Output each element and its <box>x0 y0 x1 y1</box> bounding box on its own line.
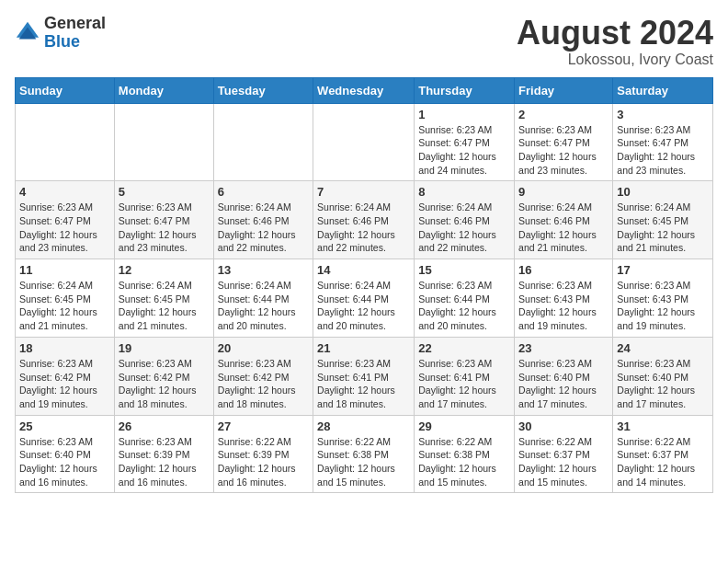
logo: General Blue <box>15 15 106 52</box>
day-cell: 25Sunrise: 6:23 AM Sunset: 6:40 PM Dayli… <box>16 415 115 493</box>
week-row-1: 1Sunrise: 6:23 AM Sunset: 6:47 PM Daylig… <box>16 103 713 181</box>
day-number: 24 <box>617 341 709 355</box>
day-cell: 27Sunrise: 6:22 AM Sunset: 6:39 PM Dayli… <box>213 415 313 493</box>
day-header-sunday: Sunday <box>16 77 115 103</box>
day-cell: 16Sunrise: 6:23 AM Sunset: 6:43 PM Dayli… <box>515 259 613 338</box>
day-cell: 3Sunrise: 6:23 AM Sunset: 6:47 PM Daylig… <box>613 103 713 181</box>
day-header-thursday: Thursday <box>415 77 515 103</box>
day-cell: 19Sunrise: 6:23 AM Sunset: 6:42 PM Dayli… <box>114 337 213 415</box>
day-info: Sunrise: 6:22 AM Sunset: 6:37 PM Dayligh… <box>518 435 609 489</box>
day-info: Sunrise: 6:23 AM Sunset: 6:44 PM Dayligh… <box>418 279 510 333</box>
day-info: Sunrise: 6:23 AM Sunset: 6:42 PM Dayligh… <box>19 357 110 411</box>
day-number: 10 <box>617 185 709 199</box>
day-info: Sunrise: 6:22 AM Sunset: 6:38 PM Dayligh… <box>418 435 510 489</box>
day-info: Sunrise: 6:23 AM Sunset: 6:41 PM Dayligh… <box>418 357 510 411</box>
day-info: Sunrise: 6:23 AM Sunset: 6:42 PM Dayligh… <box>218 357 309 411</box>
day-cell: 23Sunrise: 6:23 AM Sunset: 6:40 PM Dayli… <box>515 337 613 415</box>
day-header-row: SundayMondayTuesdayWednesdayThursdayFrid… <box>16 77 713 103</box>
day-info: Sunrise: 6:24 AM Sunset: 6:44 PM Dayligh… <box>317 279 410 333</box>
day-cell <box>313 103 415 181</box>
day-number: 16 <box>518 263 609 277</box>
day-cell: 20Sunrise: 6:23 AM Sunset: 6:42 PM Dayli… <box>213 337 313 415</box>
day-number: 8 <box>418 185 510 199</box>
week-row-4: 18Sunrise: 6:23 AM Sunset: 6:42 PM Dayli… <box>16 337 713 415</box>
day-header-saturday: Saturday <box>613 77 713 103</box>
title-block: August 2024 Lokossou, Ivory Coast <box>517 15 713 68</box>
day-cell: 24Sunrise: 6:23 AM Sunset: 6:40 PM Dayli… <box>613 337 713 415</box>
day-cell: 9Sunrise: 6:24 AM Sunset: 6:46 PM Daylig… <box>515 181 613 259</box>
day-cell <box>16 103 115 181</box>
day-cell: 12Sunrise: 6:24 AM Sunset: 6:45 PM Dayli… <box>114 259 213 338</box>
day-number: 1 <box>418 108 510 121</box>
day-cell: 17Sunrise: 6:23 AM Sunset: 6:43 PM Dayli… <box>613 259 713 338</box>
day-cell: 6Sunrise: 6:24 AM Sunset: 6:46 PM Daylig… <box>213 181 313 259</box>
day-cell: 28Sunrise: 6:22 AM Sunset: 6:38 PM Dayli… <box>313 415 415 493</box>
day-info: Sunrise: 6:24 AM Sunset: 6:46 PM Dayligh… <box>418 201 510 255</box>
day-info: Sunrise: 6:23 AM Sunset: 6:47 PM Dayligh… <box>617 123 709 178</box>
day-number: 9 <box>518 185 609 199</box>
day-number: 19 <box>119 341 210 355</box>
day-number: 31 <box>617 419 709 433</box>
day-info: Sunrise: 6:24 AM Sunset: 6:46 PM Dayligh… <box>317 201 410 255</box>
day-number: 4 <box>19 185 110 199</box>
logo-blue: Blue <box>44 32 80 51</box>
day-number: 30 <box>518 419 609 433</box>
day-number: 26 <box>119 419 210 433</box>
day-number: 5 <box>119 185 210 199</box>
day-cell <box>213 103 313 181</box>
day-info: Sunrise: 6:23 AM Sunset: 6:47 PM Dayligh… <box>518 123 609 178</box>
week-row-3: 11Sunrise: 6:24 AM Sunset: 6:45 PM Dayli… <box>16 259 713 338</box>
day-info: Sunrise: 6:23 AM Sunset: 6:47 PM Dayligh… <box>418 123 510 178</box>
day-number: 27 <box>218 419 309 433</box>
day-cell: 31Sunrise: 6:22 AM Sunset: 6:37 PM Dayli… <box>613 415 713 493</box>
day-number: 14 <box>317 263 410 277</box>
day-header-monday: Monday <box>114 77 213 103</box>
day-cell: 15Sunrise: 6:23 AM Sunset: 6:44 PM Dayli… <box>415 259 515 338</box>
day-number: 13 <box>218 263 309 277</box>
day-header-wednesday: Wednesday <box>313 77 415 103</box>
day-info: Sunrise: 6:22 AM Sunset: 6:37 PM Dayligh… <box>617 435 709 489</box>
day-cell <box>114 103 213 181</box>
day-info: Sunrise: 6:23 AM Sunset: 6:40 PM Dayligh… <box>617 357 709 411</box>
day-cell: 18Sunrise: 6:23 AM Sunset: 6:42 PM Dayli… <box>16 337 115 415</box>
page-header: General Blue August 2024 Lokossou, Ivory… <box>15 15 713 68</box>
day-number: 17 <box>617 263 709 277</box>
day-number: 23 <box>518 341 609 355</box>
day-number: 18 <box>19 341 110 355</box>
day-cell: 21Sunrise: 6:23 AM Sunset: 6:41 PM Dayli… <box>313 337 415 415</box>
day-info: Sunrise: 6:24 AM Sunset: 6:45 PM Dayligh… <box>617 201 709 255</box>
day-cell: 8Sunrise: 6:24 AM Sunset: 6:46 PM Daylig… <box>415 181 515 259</box>
day-info: Sunrise: 6:23 AM Sunset: 6:42 PM Dayligh… <box>119 357 210 411</box>
day-number: 29 <box>418 419 510 433</box>
day-number: 6 <box>218 185 309 199</box>
day-header-friday: Friday <box>515 77 613 103</box>
day-cell: 11Sunrise: 6:24 AM Sunset: 6:45 PM Dayli… <box>16 259 115 338</box>
week-row-2: 4Sunrise: 6:23 AM Sunset: 6:47 PM Daylig… <box>16 181 713 259</box>
day-info: Sunrise: 6:23 AM Sunset: 6:40 PM Dayligh… <box>518 357 609 411</box>
day-info: Sunrise: 6:23 AM Sunset: 6:43 PM Dayligh… <box>617 279 709 333</box>
day-info: Sunrise: 6:22 AM Sunset: 6:38 PM Dayligh… <box>317 435 410 489</box>
day-number: 20 <box>218 341 309 355</box>
day-cell: 14Sunrise: 6:24 AM Sunset: 6:44 PM Dayli… <box>313 259 415 338</box>
day-number: 28 <box>317 419 410 433</box>
logo-icon <box>15 20 40 46</box>
day-number: 2 <box>518 108 609 121</box>
day-info: Sunrise: 6:23 AM Sunset: 6:47 PM Dayligh… <box>19 201 110 255</box>
day-number: 25 <box>19 419 110 433</box>
day-info: Sunrise: 6:24 AM Sunset: 6:45 PM Dayligh… <box>19 279 110 333</box>
day-number: 12 <box>119 263 210 277</box>
logo-text: General Blue <box>44 15 106 52</box>
day-cell: 10Sunrise: 6:24 AM Sunset: 6:45 PM Dayli… <box>613 181 713 259</box>
day-info: Sunrise: 6:23 AM Sunset: 6:39 PM Dayligh… <box>119 435 210 489</box>
day-number: 3 <box>617 108 709 121</box>
day-info: Sunrise: 6:23 AM Sunset: 6:41 PM Dayligh… <box>317 357 410 411</box>
calendar-table: SundayMondayTuesdayWednesdayThursdayFrid… <box>15 77 713 494</box>
logo-general: General <box>44 14 106 32</box>
week-row-5: 25Sunrise: 6:23 AM Sunset: 6:40 PM Dayli… <box>16 415 713 493</box>
day-number: 7 <box>317 185 410 199</box>
day-info: Sunrise: 6:23 AM Sunset: 6:40 PM Dayligh… <box>19 435 110 489</box>
day-number: 15 <box>418 263 510 277</box>
month-year: August 2024 <box>517 15 713 52</box>
day-number: 22 <box>418 341 510 355</box>
day-cell: 7Sunrise: 6:24 AM Sunset: 6:46 PM Daylig… <box>313 181 415 259</box>
